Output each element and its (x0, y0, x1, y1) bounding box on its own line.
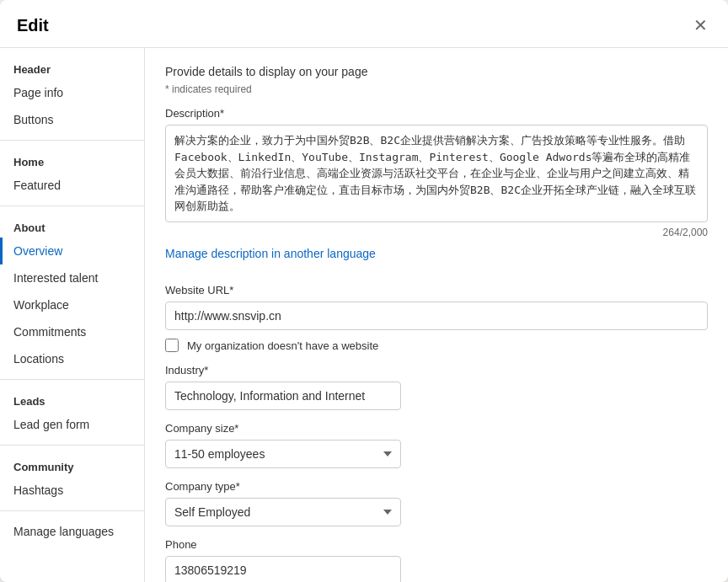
website-label: Website URL* (165, 284, 708, 296)
sidebar-divider-5 (0, 510, 144, 511)
manage-lang-link[interactable]: Manage description in another language (165, 247, 376, 260)
sidebar-item-page-info[interactable]: Page info (0, 79, 144, 106)
char-count: 264/2,000 (165, 227, 708, 238)
website-input[interactable] (165, 302, 708, 330)
sidebar-divider-2 (0, 206, 144, 206)
modal-body: Header Page info Buttons Home Featured A… (0, 48, 728, 582)
sidebar-section-leads: Leads (0, 387, 144, 411)
sidebar-item-locations[interactable]: Locations (0, 345, 144, 372)
description-label: Description* (165, 107, 708, 120)
sidebar: Header Page info Buttons Home Featured A… (0, 48, 145, 582)
main-content: Provide details to display on your page … (145, 48, 728, 582)
industry-display[interactable]: Technology, Information and Internet (165, 382, 401, 410)
website-input-wrap (165, 302, 708, 330)
no-website-checkbox[interactable] (165, 339, 179, 352)
sidebar-item-buttons[interactable]: Buttons (0, 106, 144, 133)
sidebar-item-interested-talent[interactable]: Interested talent (0, 264, 144, 291)
modal-title: Edit (17, 16, 49, 35)
provide-text: Provide details to display on your page (165, 65, 708, 78)
modal-header: Edit ✕ (0, 0, 728, 48)
sidebar-item-featured[interactable]: Featured (0, 172, 144, 199)
sidebar-divider-4 (0, 445, 144, 446)
required-note: * indicates required (165, 83, 708, 95)
sidebar-item-overview[interactable]: Overview (0, 238, 144, 264)
sidebar-item-commitments[interactable]: Commitments (0, 318, 144, 345)
phone-label: Phone (165, 538, 708, 551)
company-type-select[interactable]: Self Employed Public Company Government … (165, 498, 401, 526)
close-button[interactable]: ✕ (690, 13, 711, 37)
no-website-label: My organization doesn't have a website (187, 339, 378, 352)
sidebar-section-community: Community (0, 452, 144, 477)
company-size-select[interactable]: 11-50 employees 1 employee 2-10 employee… (165, 440, 401, 468)
description-textarea[interactable]: 解决方案的企业，致力于为中国外贸B2B、B2C企业提供营销解决方案、广告投放策略… (165, 125, 708, 222)
sidebar-section-home: Home (0, 147, 144, 172)
sidebar-item-hashtags[interactable]: Hashtags (0, 477, 144, 504)
sidebar-divider-3 (0, 379, 144, 380)
company-type-label: Company type* (165, 480, 708, 493)
phone-input[interactable] (165, 556, 401, 582)
sidebar-divider-1 (0, 140, 144, 141)
sidebar-item-lead-gen[interactable]: Lead gen form (0, 411, 144, 438)
sidebar-section-about: About (0, 213, 144, 238)
sidebar-section-header: Header (0, 55, 144, 79)
no-website-row: My organization doesn't have a website (165, 339, 708, 352)
sidebar-item-workplace[interactable]: Workplace (0, 291, 144, 318)
sidebar-item-manage-languages[interactable]: Manage languages (0, 518, 144, 545)
edit-modal: Edit ✕ Header Page info Buttons Home Fea… (0, 0, 728, 582)
company-size-label: Company size* (165, 422, 708, 435)
industry-label: Industry* (165, 364, 708, 376)
